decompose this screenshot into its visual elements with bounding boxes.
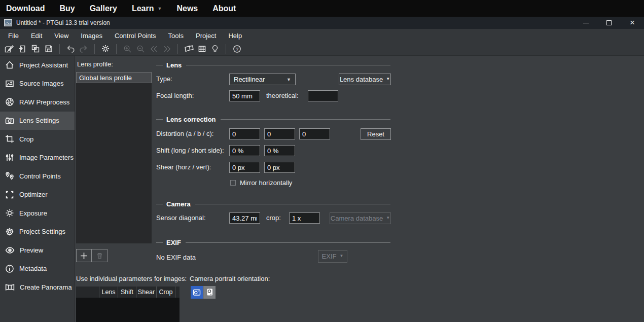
chevron-down-icon: ▼ [158, 6, 162, 11]
delete-profile-button[interactable] [92, 249, 108, 262]
apply-template-icon[interactable] [29, 43, 42, 55]
table-header-crop: Crop [157, 287, 175, 298]
theoretical-focal-input[interactable] [308, 90, 338, 101]
nav-download[interactable]: Download [6, 4, 45, 13]
menu-images[interactable]: Images [75, 32, 109, 40]
toolbar-separator [177, 44, 178, 54]
sensor-diagonal-input[interactable] [229, 212, 260, 224]
distortion-a-input[interactable] [229, 128, 260, 139]
sensor-diagonal-label: Sensor diagonal: [156, 214, 206, 222]
trash-icon [96, 252, 103, 260]
individual-parameters-table[interactable]: Lens Shift Shear Crop [76, 287, 180, 322]
sidebar-item-metadata[interactable]: Metadata [0, 260, 75, 278]
gear-icon [5, 227, 15, 237]
maximize-button[interactable] [597, 17, 621, 29]
undo-icon[interactable] [64, 43, 77, 55]
sidebar-item-create-panorama[interactable]: Create Panorama [0, 278, 75, 297]
table-header-shear: Shear [136, 287, 157, 298]
crop-factor-input[interactable] [289, 212, 320, 224]
menu-file[interactable]: File [2, 32, 25, 40]
add-profile-button[interactable] [76, 249, 92, 262]
save-project-icon[interactable] [42, 43, 55, 55]
reset-button[interactable]: Reset [361, 128, 391, 140]
plus-icon [80, 252, 88, 260]
dropdown-arrow-icon: ▼ [339, 254, 343, 258]
panorama-editor-icon[interactable] [182, 43, 195, 55]
zoom-in-icon[interactable] [121, 43, 134, 55]
maximize-icon [606, 20, 612, 25]
sidebar-item-control-points[interactable]: Control Points [0, 167, 75, 186]
new-project-icon[interactable] [3, 43, 16, 55]
menu-help[interactable]: Help [222, 32, 248, 40]
sidebar-item-optimizer[interactable]: Optimizer [0, 186, 75, 204]
mirror-horizontally-checkbox[interactable] [230, 180, 236, 186]
shear-vert-input[interactable] [264, 162, 295, 173]
help-icon[interactable]: ? [230, 43, 243, 55]
distortion-c-input[interactable] [299, 128, 330, 139]
next-icon[interactable] [160, 43, 173, 55]
close-icon: × [630, 20, 635, 25]
mirror-horizontally-label: Mirror horizontally [240, 179, 292, 187]
lens-profile-label: Lens profile: [77, 60, 113, 68]
svg-text:?: ? [235, 46, 238, 51]
sidebar: Project Assistant Source Images RAW Prep… [0, 56, 75, 322]
close-button[interactable]: × [621, 17, 644, 29]
shift-long-input[interactable] [229, 145, 260, 156]
menu-view[interactable]: View [48, 32, 75, 40]
menu-edit[interactable]: Edit [25, 32, 48, 40]
lens-group-header: Lens [166, 61, 182, 69]
settings-gear-icon[interactable] [99, 43, 112, 55]
menu-project[interactable]: Project [190, 32, 222, 40]
chevron-down-icon: ▼ [287, 77, 291, 82]
info-icon [5, 264, 15, 274]
image-icon [5, 79, 15, 89]
lens-type-select[interactable]: Rectilinear ▼ [229, 74, 296, 85]
sidebar-item-raw-preprocess[interactable]: RAW Preprocess [0, 93, 75, 112]
sun-icon [5, 208, 15, 218]
redo-icon[interactable] [77, 43, 90, 55]
toolbar-separator [94, 44, 95, 54]
camera-portrait-icon [205, 288, 214, 297]
menu-tools[interactable]: Tools [162, 32, 190, 40]
exif-group-header: EXIF [166, 239, 181, 246]
nav-about[interactable]: About [212, 4, 236, 13]
minimize-button[interactable] [574, 17, 597, 29]
nav-learn[interactable]: Learn▼ [132, 4, 162, 13]
sidebar-item-project-assistant[interactable]: Project Assistant [0, 56, 75, 75]
nav-news[interactable]: News [176, 4, 198, 13]
sidebar-item-crop[interactable]: Crop [0, 130, 75, 149]
home-icon [5, 60, 15, 70]
nav-gallery[interactable]: Gallery [90, 4, 117, 13]
dropdown-arrow-icon: ▼ [386, 77, 390, 81]
sidebar-item-exposure[interactable]: Exposure [0, 204, 75, 223]
sidebar-item-preview[interactable]: Preview [0, 241, 75, 260]
open-project-icon[interactable] [16, 43, 29, 55]
hint-bulb-icon[interactable] [208, 43, 222, 55]
zoom-out-icon[interactable] [134, 43, 147, 55]
previous-icon[interactable] [147, 43, 160, 55]
table-header-row: Lens Shift Shear Crop [76, 287, 180, 298]
sidebar-item-lens-settings[interactable]: Lens Settings [0, 112, 75, 130]
camera-database-button[interactable]: Camera database▼ [330, 212, 391, 224]
sidebar-item-source-images[interactable]: Source Images [0, 75, 75, 93]
exif-button[interactable]: EXIF▼ [318, 250, 347, 263]
lens-settings-panel: Lens profile: Global lens profile Lens T… [75, 56, 644, 322]
menu-control-points[interactable]: Control Points [109, 32, 162, 40]
distortion-b-input[interactable] [264, 128, 295, 139]
sidebar-item-project-settings[interactable]: Project Settings [0, 223, 75, 241]
crop-icon [5, 134, 15, 144]
shear-horz-input[interactable] [229, 162, 260, 173]
focal-length-input[interactable] [229, 90, 260, 101]
table-body-empty [76, 298, 180, 322]
detail-viewer-icon[interactable] [195, 43, 208, 55]
nav-buy[interactable]: Buy [59, 4, 75, 13]
shift-short-input[interactable] [264, 145, 295, 156]
shear-label: Shear (horz / vert): [156, 163, 211, 171]
lens-database-button[interactable]: Lens database▼ [339, 74, 391, 85]
camera-portrait-button[interactable] [203, 286, 216, 299]
camera-landscape-button[interactable] [191, 286, 203, 299]
sidebar-item-image-parameters[interactable]: Image Parameters [0, 149, 75, 167]
toolbar-separator [116, 44, 117, 54]
lens-profile-item-selected[interactable]: Global lens profile [76, 72, 152, 83]
lens-profile-list[interactable]: Global lens profile [76, 72, 152, 243]
